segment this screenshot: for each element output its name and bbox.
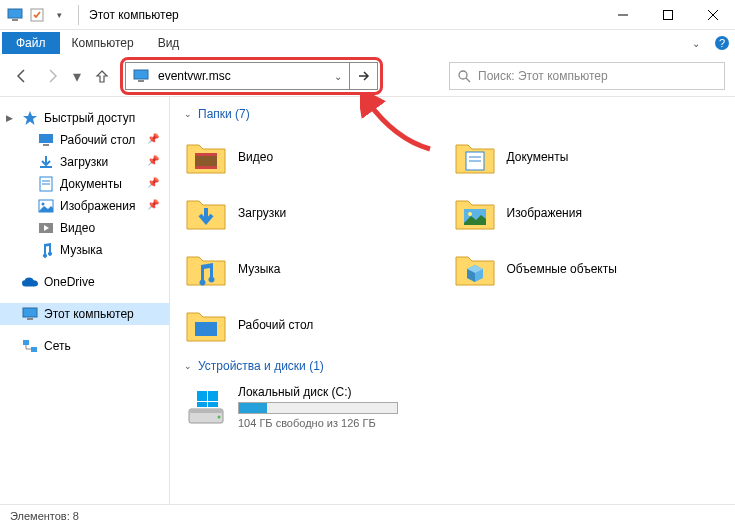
drive-c[interactable]: Локальный диск (C:) 104 ГБ свободно из 1… bbox=[184, 381, 721, 433]
folder-videos[interactable]: Видео bbox=[184, 129, 453, 185]
svg-text:?: ? bbox=[719, 37, 725, 49]
folder-3d-icon bbox=[453, 247, 497, 291]
sidebar-pictures[interactable]: Изображения 📌 bbox=[0, 195, 169, 217]
chevron-down-icon: ⌄ bbox=[184, 361, 192, 371]
sidebar-desktop[interactable]: Рабочий стол 📌 bbox=[0, 129, 169, 151]
pin-icon: 📌 bbox=[147, 199, 159, 210]
svg-rect-39 bbox=[208, 391, 218, 401]
pc-icon bbox=[22, 306, 38, 322]
sidebar-downloads[interactable]: Загрузки 📌 bbox=[0, 151, 169, 173]
pin-icon: 📌 bbox=[147, 177, 159, 188]
chevron-down-icon: ⌄ bbox=[184, 109, 192, 119]
qat-dropdown-icon[interactable]: ▾ bbox=[50, 6, 68, 24]
sidebar-network[interactable]: Сеть bbox=[0, 335, 169, 357]
content-pane: ⌄ Папки (7) Видео Загрузки Музыка bbox=[170, 97, 735, 504]
downloads-icon bbox=[38, 154, 54, 170]
folder-label: Музыка bbox=[238, 262, 280, 276]
sidebar-item-label: Загрузки bbox=[60, 155, 108, 169]
sidebar-onedrive[interactable]: OneDrive bbox=[0, 271, 169, 293]
go-button[interactable] bbox=[350, 62, 378, 90]
sidebar-item-label: Рабочий стол bbox=[60, 133, 135, 147]
pictures-icon bbox=[38, 198, 54, 214]
ribbon-expand-icon[interactable]: ⌄ bbox=[683, 30, 709, 56]
svg-rect-13 bbox=[39, 134, 53, 143]
address-bar[interactable]: ⌄ bbox=[125, 62, 350, 90]
sidebar-item-label: Изображения bbox=[60, 199, 135, 213]
sidebar-this-pc[interactable]: Этот компьютер bbox=[0, 303, 169, 325]
recent-dropdown-icon[interactable]: ▾ bbox=[70, 64, 84, 88]
desktop-icon bbox=[38, 132, 54, 148]
navigation-pane: ▶ Быстрый доступ Рабочий стол 📌 Загрузки… bbox=[0, 97, 170, 504]
folder-documents-icon bbox=[453, 135, 497, 179]
sidebar-documents[interactable]: Документы 📌 bbox=[0, 173, 169, 195]
devices-group-header[interactable]: ⌄ Устройства и диски (1) bbox=[184, 359, 721, 373]
search-input[interactable] bbox=[478, 69, 724, 83]
drive-meta: 104 ГБ свободно из 126 ГБ bbox=[238, 417, 398, 429]
svg-rect-22 bbox=[23, 308, 37, 317]
pin-icon: 📌 bbox=[147, 155, 159, 166]
svg-point-37 bbox=[218, 416, 221, 419]
svg-rect-1 bbox=[12, 19, 18, 21]
svg-rect-10 bbox=[138, 80, 144, 82]
chevron-right-icon[interactable]: ▶ bbox=[6, 113, 13, 123]
up-button[interactable] bbox=[90, 64, 114, 88]
folder-music[interactable]: Музыка bbox=[184, 241, 453, 297]
folder-desktop-icon bbox=[184, 303, 228, 347]
computer-tab[interactable]: Компьютер bbox=[60, 32, 146, 54]
folder-3d-objects[interactable]: Объемные объекты bbox=[453, 241, 722, 297]
properties-icon[interactable] bbox=[28, 6, 46, 24]
sidebar-item-label: Этот компьютер bbox=[44, 307, 134, 321]
window-title: Этот компьютер bbox=[83, 8, 600, 22]
minimize-button[interactable] bbox=[600, 0, 645, 30]
close-button[interactable] bbox=[690, 0, 735, 30]
address-highlight: ⌄ bbox=[120, 57, 383, 95]
svg-rect-9 bbox=[134, 70, 148, 79]
forward-button[interactable] bbox=[40, 64, 64, 88]
sidebar-item-label: Сеть bbox=[44, 339, 71, 353]
folder-label: Видео bbox=[238, 150, 273, 164]
maximize-button[interactable] bbox=[645, 0, 690, 30]
svg-rect-15 bbox=[40, 166, 52, 168]
view-tab[interactable]: Вид bbox=[146, 32, 192, 54]
sidebar-videos[interactable]: Видео bbox=[0, 217, 169, 239]
svg-rect-28 bbox=[195, 166, 217, 169]
folder-videos-icon bbox=[184, 135, 228, 179]
sidebar-quick-access[interactable]: ▶ Быстрый доступ bbox=[0, 107, 169, 129]
help-button[interactable]: ? bbox=[709, 30, 735, 56]
svg-rect-25 bbox=[31, 347, 37, 352]
svg-point-34 bbox=[468, 212, 472, 216]
folders-group-header[interactable]: ⌄ Папки (7) bbox=[184, 107, 721, 121]
navbar: ▾ ⌄ bbox=[0, 56, 735, 96]
folder-music-icon bbox=[184, 247, 228, 291]
folder-label: Рабочий стол bbox=[238, 318, 313, 332]
folder-downloads[interactable]: Загрузки bbox=[184, 185, 453, 241]
group-label: Устройства и диски (1) bbox=[198, 359, 324, 373]
svg-rect-40 bbox=[197, 402, 207, 407]
file-tab[interactable]: Файл bbox=[2, 32, 60, 54]
sidebar-item-label: Видео bbox=[60, 221, 95, 235]
titlebar: ▾ Этот компьютер bbox=[0, 0, 735, 30]
folder-pictures-icon bbox=[453, 191, 497, 235]
sidebar-item-label: Быстрый доступ bbox=[44, 111, 135, 125]
svg-rect-36 bbox=[189, 409, 223, 413]
svg-rect-0 bbox=[8, 9, 22, 18]
back-button[interactable] bbox=[10, 64, 34, 88]
sidebar-item-label: OneDrive bbox=[44, 275, 95, 289]
folder-documents[interactable]: Документы bbox=[453, 129, 722, 185]
sidebar-music[interactable]: Музыка bbox=[0, 239, 169, 261]
folder-label: Документы bbox=[507, 150, 569, 164]
divider bbox=[78, 5, 79, 25]
svg-rect-4 bbox=[663, 10, 672, 19]
svg-point-20 bbox=[42, 203, 45, 206]
svg-line-12 bbox=[466, 78, 470, 82]
documents-icon bbox=[38, 176, 54, 192]
address-input[interactable] bbox=[156, 69, 327, 83]
star-icon bbox=[22, 110, 38, 126]
folder-desktop[interactable]: Рабочий стол bbox=[184, 297, 453, 353]
folder-pictures[interactable]: Изображения bbox=[453, 185, 722, 241]
address-dropdown-icon[interactable]: ⌄ bbox=[327, 63, 349, 89]
pc-icon bbox=[6, 6, 24, 24]
folder-label: Объемные объекты bbox=[507, 262, 617, 276]
search-box[interactable] bbox=[449, 62, 725, 90]
svg-rect-29 bbox=[195, 322, 217, 336]
